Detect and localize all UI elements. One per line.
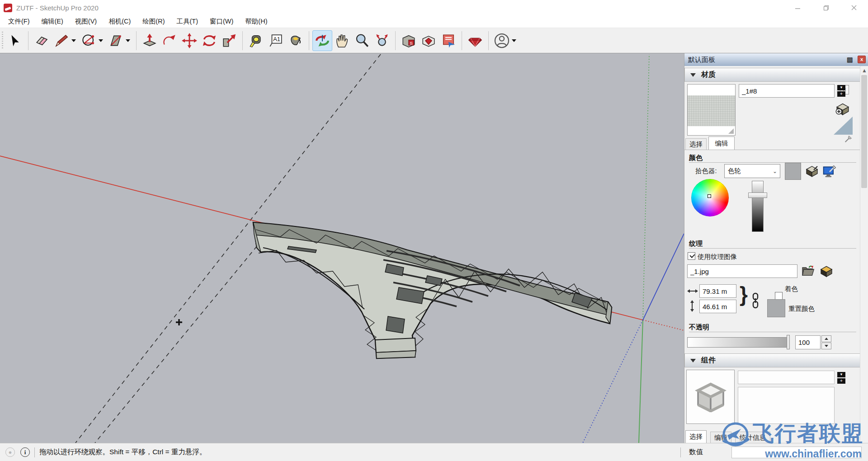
eyedropper-icon	[844, 134, 854, 144]
close-button[interactable]	[840, 0, 868, 15]
menu-help[interactable]: 帮助(H)	[241, 16, 272, 27]
tray-header[interactable]: 默认面板 ▩ x	[684, 53, 868, 66]
menu-view[interactable]: 视图(V)	[71, 16, 101, 27]
material-preview[interactable]	[687, 84, 736, 136]
move-tool-button[interactable]	[179, 30, 199, 51]
rectangle-tool-dropdown[interactable]	[126, 39, 130, 42]
tape-measure-tool-button[interactable]	[246, 30, 266, 51]
components-tab-select[interactable]: 选择	[685, 430, 707, 443]
restore-button[interactable]	[812, 0, 840, 15]
material-name-input[interactable]	[739, 84, 835, 98]
ruby-gem-icon	[467, 33, 483, 48]
use-texture-checkbox[interactable]	[688, 252, 695, 260]
account-button[interactable]	[492, 30, 512, 51]
menu-file[interactable]: 文件(F)	[4, 16, 34, 27]
color-wheel-marker[interactable]	[708, 194, 711, 198]
zoom-tool-button[interactable]	[352, 30, 372, 51]
toolbar-grip[interactable]	[2, 32, 3, 50]
value-slider[interactable]	[752, 181, 764, 232]
tray-close-button[interactable]: x	[858, 56, 866, 63]
opacity-input[interactable]	[795, 335, 821, 349]
select-tool-button[interactable]	[5, 30, 25, 51]
menu-window[interactable]: 窗口(W)	[205, 16, 238, 27]
use-texture-label: 使用纹理图像	[698, 253, 737, 261]
component-preview[interactable]	[686, 370, 735, 424]
viewport[interactable]	[0, 53, 684, 443]
info-status-icon[interactable]: i	[20, 447, 30, 457]
materials-tab-edit[interactable]: 编辑	[708, 136, 735, 150]
minimize-button[interactable]	[784, 0, 812, 15]
panel-chevron-down-icon[interactable]: ⌄	[852, 431, 858, 440]
create-material-button[interactable]	[835, 101, 850, 118]
push-pull-tool-button[interactable]	[140, 30, 160, 51]
menu-edit[interactable]: 编辑(E)	[37, 16, 68, 27]
leg-foot	[375, 338, 416, 353]
colorize-checkbox[interactable]	[775, 292, 783, 300]
eraser-tool-button[interactable]	[32, 30, 52, 51]
eyedropper-button[interactable]	[844, 134, 854, 146]
component-description-field[interactable]	[738, 387, 835, 424]
texture-file-input[interactable]	[687, 264, 797, 278]
follow-me-tool-button[interactable]	[160, 30, 179, 51]
component-name-field[interactable]	[738, 371, 835, 384]
account-dropdown[interactable]	[512, 39, 516, 42]
material-list-toggle[interactable]: ▼ +	[837, 85, 846, 98]
geolocation-status-icon[interactable]: ●	[5, 447, 15, 457]
arc-tool-button[interactable]	[79, 30, 99, 51]
component-list-toggle[interactable]: ▼ +	[837, 372, 846, 385]
components-tab-edit[interactable]: 编辑	[710, 432, 731, 443]
line-tool-dropdown[interactable]	[71, 39, 76, 42]
reset-color-swatch[interactable]	[767, 299, 785, 317]
zoom-extents-tool-button[interactable]	[372, 30, 392, 51]
opacity-spin-up[interactable]	[821, 335, 831, 342]
orbit-tool-button[interactable]	[312, 30, 332, 51]
lock-aspect-button[interactable]	[751, 292, 760, 312]
menu-camera[interactable]: 相机(C)	[104, 16, 135, 27]
components-tab-statistics[interactable]: 统计信息	[735, 432, 770, 443]
match-model-color-button[interactable]	[805, 165, 819, 181]
pan-tool-button[interactable]	[332, 30, 352, 51]
current-color-swatch[interactable]	[785, 163, 801, 180]
rotate-tool-button[interactable]	[199, 30, 219, 51]
opacity-heading: 不透明	[689, 323, 709, 332]
extension-warehouse-button[interactable]	[419, 30, 439, 51]
arc-tool-dropdown[interactable]	[99, 39, 103, 42]
color-wheel[interactable]	[691, 179, 729, 216]
opacity-spin-down[interactable]	[821, 343, 831, 349]
sketchup-logo-icon	[4, 4, 12, 12]
scale-tool-button[interactable]	[219, 30, 239, 51]
match-screen-color-button[interactable]	[822, 165, 837, 181]
viewport-canvas[interactable]	[0, 53, 684, 443]
extension-manager-button[interactable]	[465, 30, 485, 51]
materials-tab-select[interactable]: 选择	[685, 138, 707, 150]
menu-tools[interactable]: 工具(T)	[172, 16, 203, 27]
opacity-slider-handle[interactable]	[787, 335, 790, 349]
opacity-slider[interactable]	[687, 337, 788, 348]
materials-section-header[interactable]: 材质 ×	[684, 68, 860, 82]
picker-dropdown[interactable]: 色轮 ⌄	[724, 164, 780, 178]
create-material-icon	[835, 101, 850, 117]
scrollbar-thumb[interactable]	[861, 75, 867, 188]
line-tool-button[interactable]	[52, 30, 71, 51]
measurements-input[interactable]	[731, 447, 862, 458]
layout-button[interactable]	[439, 30, 458, 51]
rotate-icon	[202, 33, 217, 48]
warehouse-button[interactable]: S	[399, 30, 419, 51]
components-section-header[interactable]: 组件 ×	[684, 353, 860, 367]
value-slider-handle[interactable]	[748, 193, 767, 198]
tray-scrollbar[interactable]: ▲	[860, 66, 868, 443]
rectangle-tool-button[interactable]	[106, 30, 126, 51]
text-tool-button[interactable]: A1	[266, 30, 286, 51]
pin-icon[interactable]: ▩	[847, 56, 853, 64]
paint-bucket-tool-button[interactable]	[286, 30, 306, 51]
browse-texture-button[interactable]	[800, 264, 816, 280]
model-group[interactable]	[253, 222, 612, 358]
sample-paint-swatch[interactable]	[834, 117, 853, 135]
scroll-up-icon[interactable]: ▲	[860, 67, 868, 74]
texture-height-input[interactable]	[699, 300, 736, 313]
select-cursor-icon	[8, 34, 22, 47]
texture-width-input[interactable]	[699, 284, 736, 298]
width-axis-icon	[687, 288, 698, 296]
menu-draw[interactable]: 绘图(R)	[138, 16, 169, 27]
edit-texture-button[interactable]	[819, 264, 834, 280]
